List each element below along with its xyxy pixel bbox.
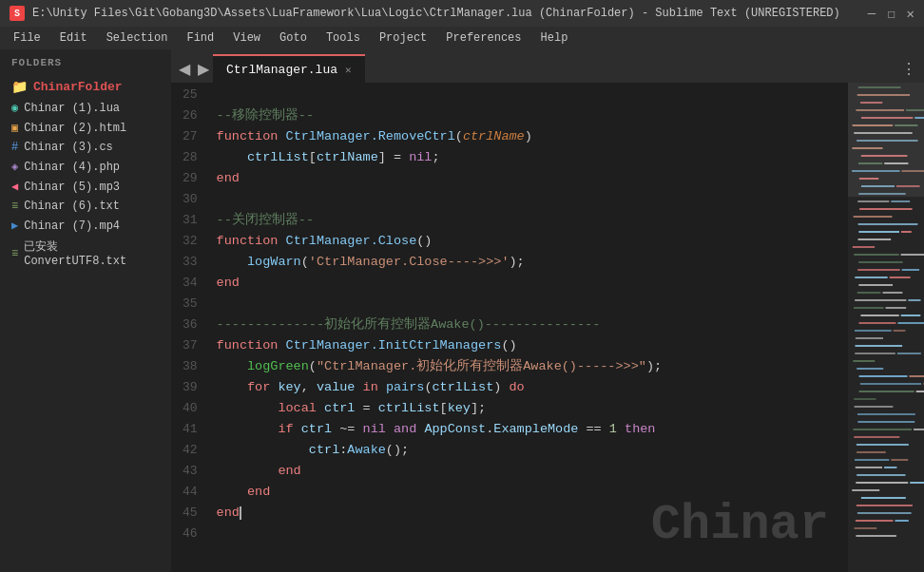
code-line: function CtrlManager.InitCtrlManagers(): [217, 335, 848, 356]
code-line: end: [217, 482, 848, 503]
file-name: Chinar (4).php: [24, 161, 120, 174]
menu-item-selection[interactable]: Selection: [97, 27, 178, 49]
sidebar-header: FOLDERS: [0, 49, 171, 76]
line-number: 27: [183, 126, 198, 147]
line-number: 42: [183, 440, 198, 461]
code-content[interactable]: --移除控制器--function CtrlManager.RemoveCtrl…: [205, 83, 848, 572]
line-numbers: 2526272829303132333435363738394041424344…: [171, 83, 205, 572]
file-name: Chinar (5).mp3: [24, 181, 120, 194]
code-line: [217, 189, 848, 210]
app-icon: S: [10, 6, 25, 21]
line-number: 37: [183, 335, 198, 356]
code-line: [217, 524, 848, 544]
file-icon: #: [11, 141, 18, 154]
window-title: E:\Unity Files\Git\Gobang3D\Assets\LuaFr…: [32, 7, 840, 20]
line-number: 45: [183, 503, 198, 524]
file-name: Chinar (7).mp4: [24, 219, 120, 233]
file-item-3[interactable]: ◈Chinar (4).php: [0, 157, 171, 177]
menu-item-find[interactable]: Find: [177, 27, 223, 49]
menu-item-view[interactable]: View: [223, 27, 270, 49]
code-line: local ctrl = ctrlList[key];: [217, 398, 848, 419]
file-icon: ◉: [11, 101, 18, 115]
code-line: --关闭控制器--: [217, 210, 848, 231]
line-number: 31: [183, 210, 198, 231]
line-number: 44: [183, 482, 198, 503]
main-area: FOLDERS 📁 ChinarFolder ◉Chinar (1).lua▣C…: [0, 49, 924, 572]
file-item-7[interactable]: ≡已安装ConvertUTF8.txt: [0, 236, 171, 271]
tab-label: CtrlManager.lua: [226, 63, 337, 77]
title-bar: S E:\Unity Files\Git\Gobang3D\Assets\Lua…: [0, 0, 924, 27]
menu-item-goto[interactable]: Goto: [270, 27, 317, 49]
menu-item-help[interactable]: Help: [531, 27, 578, 49]
file-item-2[interactable]: #Chinar (3).cs: [0, 138, 171, 157]
line-number: 32: [183, 231, 198, 252]
file-item-1[interactable]: ▣Chinar (2).html: [0, 118, 171, 138]
code-line: logWarn('CtrlManager.Close---->>>');: [217, 252, 848, 273]
line-number: 30: [183, 189, 198, 210]
file-name: Chinar (1).lua: [24, 102, 120, 115]
line-number: 29: [183, 168, 198, 189]
line-number: 34: [183, 273, 198, 294]
line-number: 38: [183, 356, 198, 377]
code-line: --------------初始化所有控制器Awake()-----------…: [217, 315, 848, 335]
menu-item-file[interactable]: File: [4, 27, 50, 49]
line-number: 40: [183, 398, 198, 419]
close-button[interactable]: ✕: [907, 6, 914, 22]
line-number: 28: [183, 147, 198, 168]
menu-item-preferences[interactable]: Preferences: [436, 27, 530, 49]
menu-item-project[interactable]: Project: [370, 27, 436, 49]
code-line: function CtrlManager.Close(): [217, 231, 848, 252]
tab-ctrlmanager[interactable]: CtrlManager.lua ✕: [213, 54, 365, 83]
editor-container: ◀ ▶ CtrlManager.lua ✕ ⋮ 2526272829303132…: [171, 49, 924, 572]
line-number: 26: [183, 105, 198, 126]
line-number: 36: [183, 315, 198, 335]
code-line: logGreen("CtrlManager.初始化所有控制器Awake()---…: [217, 356, 848, 377]
maximize-button[interactable]: ☐: [887, 6, 895, 22]
code-line: [217, 85, 848, 105]
file-item-4[interactable]: ◀Chinar (5).mp3: [0, 177, 171, 197]
line-number: 25: [183, 85, 198, 105]
file-name: 已安装ConvertUTF8.txt: [24, 238, 160, 268]
line-number: 46: [183, 524, 198, 544]
code-line: ctrl:Awake();: [217, 440, 848, 461]
folder-icon: 📁: [11, 79, 28, 95]
code-line: end: [217, 461, 848, 482]
file-item-6[interactable]: ▶Chinar (7).mp4: [0, 216, 171, 236]
editor[interactable]: 2526272829303132333435363738394041424344…: [171, 83, 924, 572]
line-number: 39: [183, 377, 198, 398]
code-line: if ctrl ~= nil and AppConst.ExampleMode …: [217, 419, 848, 440]
code-line: end: [217, 273, 848, 294]
tab-more-button[interactable]: ⋮: [894, 54, 924, 83]
code-line: end: [217, 503, 848, 524]
folder-chinar[interactable]: 📁 ChinarFolder: [0, 76, 171, 98]
line-number: 33: [183, 252, 198, 273]
code-line: end: [217, 168, 848, 189]
tab-bar: ◀ ▶ CtrlManager.lua ✕ ⋮: [171, 49, 924, 83]
file-name: Chinar (2).html: [24, 122, 126, 135]
code-line: --移除控制器--: [217, 105, 848, 126]
minimap: [848, 83, 924, 572]
code-line: function CtrlManager.RemoveCtrl(ctrlName…: [217, 126, 848, 147]
file-icon: ≡: [11, 200, 18, 213]
menu-item-tools[interactable]: Tools: [317, 27, 370, 49]
tab-next-button[interactable]: ▶: [194, 54, 213, 83]
code-line: for key, value in pairs(ctrlList) do: [217, 377, 848, 398]
minimize-button[interactable]: —: [868, 6, 876, 22]
file-name: Chinar (6).txt: [24, 200, 120, 213]
menu-bar: FileEditSelectionFindViewGotoToolsProjec…: [0, 27, 924, 49]
folder-name: ChinarFolder: [33, 80, 123, 94]
file-item-5[interactable]: ≡Chinar (6).txt: [0, 197, 171, 216]
menu-item-edit[interactable]: Edit: [50, 27, 97, 49]
tab-prev-button[interactable]: ◀: [175, 54, 194, 83]
file-list: ◉Chinar (1).lua▣Chinar (2).html#Chinar (…: [0, 98, 171, 271]
line-number: 41: [183, 419, 198, 440]
window-controls[interactable]: — ☐ ✕: [868, 6, 914, 22]
file-item-0[interactable]: ◉Chinar (1).lua: [0, 98, 171, 118]
file-name: Chinar (3).cs: [24, 141, 113, 154]
tab-close-button[interactable]: ✕: [345, 64, 352, 76]
line-number: 43: [183, 461, 198, 482]
code-line: [217, 294, 848, 315]
code-line: ctrlList[ctrlName] = nil;: [217, 147, 848, 168]
file-icon: ◀: [11, 180, 18, 194]
sidebar: FOLDERS 📁 ChinarFolder ◉Chinar (1).lua▣C…: [0, 49, 171, 572]
